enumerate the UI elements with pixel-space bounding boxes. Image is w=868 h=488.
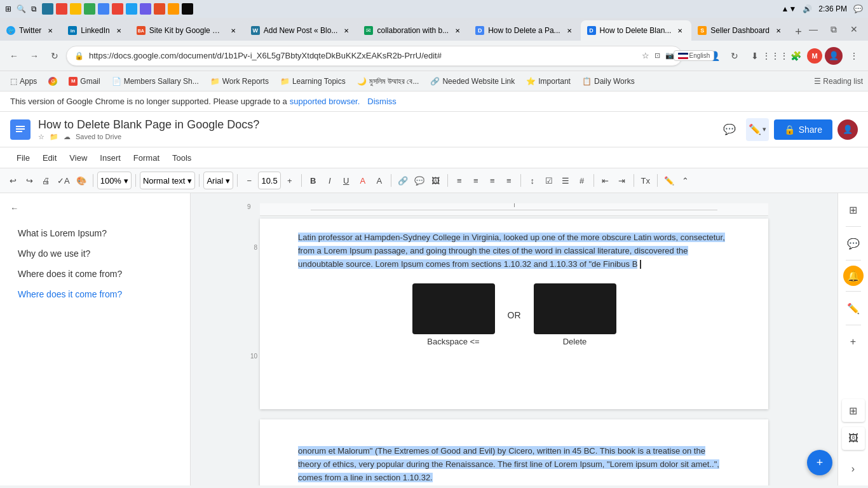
- collapse-toolbar-button[interactable]: ⌃: [678, 172, 693, 189]
- image-button[interactable]: 🖼: [428, 172, 444, 189]
- tab-close-add-post[interactable]: ✕: [341, 25, 351, 36]
- extension-icon[interactable]: 🧩: [787, 47, 804, 65]
- tab-how-delete-blank[interactable]: D How to Delete Blan... ✕: [581, 20, 692, 41]
- docs-editor-area[interactable]: 9 8 10: [191, 193, 837, 485]
- tab-close-collab[interactable]: ✕: [452, 25, 463, 36]
- redo-button[interactable]: ↪: [22, 172, 37, 189]
- bold-button[interactable]: B: [306, 172, 321, 189]
- menu-edit[interactable]: Edit: [36, 151, 63, 165]
- windows-icon[interactable]: ⊞: [5, 4, 11, 13]
- tab-collab[interactable]: ✉ collaboration with b... ✕: [358, 20, 469, 41]
- comments-icon[interactable]: 💬: [718, 118, 741, 141]
- italic-button[interactable]: I: [322, 172, 337, 189]
- profile-icon[interactable]: 👤: [825, 47, 843, 65]
- pip-icon[interactable]: ⊡: [654, 51, 660, 60]
- bookmark-work-reports[interactable]: 📁 Work Reports: [205, 75, 274, 88]
- url-text[interactable]: https://docs.google.com/document/d/1b1Pv…: [89, 51, 637, 60]
- indent-decrease-button[interactable]: ⇤: [598, 172, 613, 189]
- font-size-decrease[interactable]: −: [241, 172, 257, 189]
- tab-close-linkedin[interactable]: ✕: [114, 25, 124, 36]
- right-sidebar-image-icon[interactable]: 🖼: [842, 427, 865, 450]
- bookmark-daily-works[interactable]: 📋 Daily Works: [577, 75, 640, 88]
- highlight-button[interactable]: A: [372, 172, 387, 189]
- menu-file[interactable]: File: [10, 151, 36, 165]
- forward-button[interactable]: →: [25, 47, 43, 65]
- line-spacing-button[interactable]: ↕: [525, 172, 540, 189]
- bookmark-website-link[interactable]: 🔗 Needed Website Link: [425, 75, 520, 88]
- right-sidebar-table-icon[interactable]: ⊞: [842, 198, 865, 221]
- user-avatar[interactable]: 👤: [837, 119, 858, 140]
- align-center-button[interactable]: ≡: [468, 172, 484, 189]
- tab-close-how-delete[interactable]: ✕: [564, 25, 574, 36]
- bullet-list-button[interactable]: ☰: [558, 172, 573, 189]
- reload-icon[interactable]: ↻: [726, 47, 743, 65]
- bookmark-learning-topics[interactable]: 📁 Learning Topics: [275, 75, 351, 88]
- font-size-select[interactable]: 10.5: [258, 172, 280, 189]
- align-left-button[interactable]: ≡: [452, 172, 467, 189]
- taskview-icon[interactable]: ⧉: [31, 4, 37, 13]
- align-justify-button[interactable]: ≡: [501, 172, 517, 189]
- tab-linkedin[interactable]: in LinkedIn ✕: [62, 20, 130, 41]
- bookmark-gmail[interactable]: M Gmail: [64, 75, 105, 88]
- underline-button[interactable]: U: [339, 172, 354, 189]
- font-select[interactable]: Arial ▾: [203, 172, 233, 189]
- sidebar-item-lorem[interactable]: What is Lorem Ipsum?: [10, 223, 180, 243]
- reload-button[interactable]: ↻: [46, 47, 64, 65]
- doc-page-1[interactable]: Latin professor at Hampden-Sydney Colleg…: [260, 219, 768, 409]
- bookmark-salary[interactable]: 📄 Members Sallary Sh...: [107, 75, 204, 88]
- close-button[interactable]: ✕: [845, 20, 863, 38]
- sidebar-back-button[interactable]: ←: [10, 203, 180, 213]
- folder-icon[interactable]: 📁: [50, 133, 58, 141]
- bookmark-muslim[interactable]: 🌙 মুসলিম উম্মাহর বে...: [352, 75, 424, 88]
- notifications-icon[interactable]: 💬: [853, 4, 863, 13]
- back-button[interactable]: ←: [5, 47, 23, 65]
- tab-seller[interactable]: S Seller Dashboard ✕: [691, 20, 790, 41]
- translate-icon[interactable]: English: [685, 47, 703, 65]
- star-icon[interactable]: ☆: [38, 133, 44, 141]
- bookmark-google[interactable]: G: [43, 75, 62, 88]
- clear-formatting-button[interactable]: Tx: [638, 172, 653, 189]
- tab-twitter[interactable]: 🐦 Twitter ✕: [0, 20, 62, 41]
- sidebar-item-where2[interactable]: Where does it come from?: [10, 284, 180, 304]
- tab-close-twitter[interactable]: ✕: [45, 25, 55, 36]
- docs-title[interactable]: How to Delete Blank Page in Google Docs?: [38, 118, 710, 132]
- page-2-text[interactable]: onorum et Malorum" (The Extremes of Good…: [298, 445, 730, 484]
- tab-close-seller[interactable]: ✕: [773, 25, 783, 36]
- bookmark-star-icon[interactable]: ☆: [642, 51, 649, 60]
- zoom-fab-button[interactable]: +: [807, 450, 832, 475]
- download-icon[interactable]: ⬇: [746, 47, 764, 65]
- apps-icon[interactable]: ⋮⋮⋮: [766, 47, 784, 65]
- comment-button[interactable]: 💬: [412, 172, 427, 189]
- paint-format-button[interactable]: 🎨: [74, 172, 89, 189]
- share-button[interactable]: 🔒 Share: [774, 119, 832, 140]
- pen-tool-button[interactable]: ✏️: [661, 172, 677, 189]
- menu-view[interactable]: View: [63, 151, 93, 165]
- sidebar-item-where1[interactable]: Where does it come from?: [10, 264, 180, 284]
- tab-close-how-delete-blank[interactable]: ✕: [675, 25, 685, 36]
- tab-how-delete[interactable]: D How to Delete a Pa... ✕: [469, 20, 580, 41]
- minimize-button[interactable]: —: [804, 20, 822, 38]
- bookmark-important[interactable]: ⭐ Important: [521, 75, 576, 88]
- dismiss-button[interactable]: Dismiss: [367, 97, 397, 106]
- print-button[interactable]: 🖨: [38, 172, 53, 189]
- font-size-increase[interactable]: +: [282, 172, 297, 189]
- tab-close-ba[interactable]: ✕: [228, 25, 238, 36]
- reading-list-button[interactable]: ☰ Reading list: [814, 77, 863, 86]
- indent-increase-button[interactable]: ⇥: [614, 172, 630, 189]
- right-sidebar-table-insert-icon[interactable]: ⊞: [842, 399, 865, 422]
- style-select[interactable]: Normal text ▾: [140, 172, 195, 189]
- warning-link[interactable]: supported browser.: [290, 97, 360, 106]
- right-sidebar-links-icon[interactable]: 🔔: [843, 266, 864, 286]
- menu-format[interactable]: Format: [127, 151, 166, 165]
- right-sidebar-comment-icon[interactable]: 💬: [842, 232, 865, 255]
- menu-tools[interactable]: Tools: [166, 151, 198, 165]
- checklist-button[interactable]: ☑: [541, 172, 557, 189]
- editing-mode-icon[interactable]: ✏️▾: [746, 118, 769, 141]
- bookmark-apps[interactable]: ⬚ Apps: [5, 75, 42, 88]
- doc-page-2[interactable]: onorum et Malorum" (The Extremes of Good…: [260, 419, 768, 485]
- restore-button[interactable]: ⧉: [825, 20, 843, 38]
- align-right-button[interactable]: ≡: [485, 172, 500, 189]
- tab-add-post[interactable]: W Add New Post « Blo... ✕: [245, 20, 358, 41]
- tab-ba[interactable]: BA Site Kit by Google D... ✕: [130, 20, 245, 41]
- link-button[interactable]: 🔗: [395, 172, 410, 189]
